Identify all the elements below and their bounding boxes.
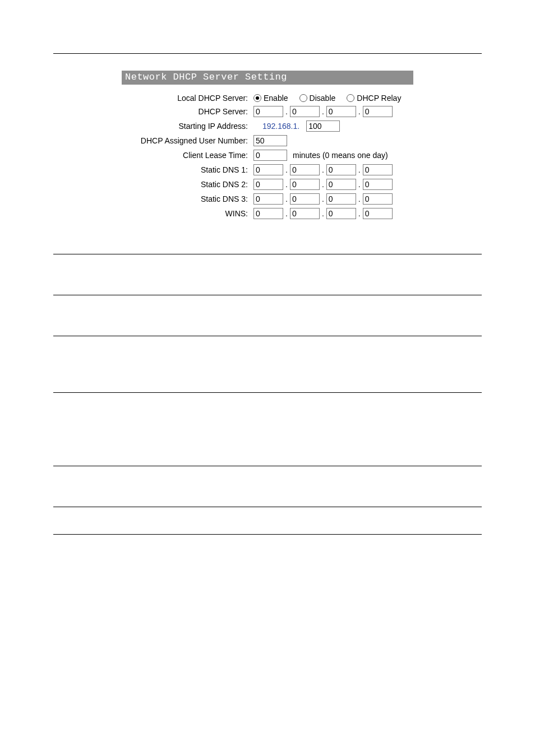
row-dns2: Static DNS 2: 0. 0. 0. 0: [127, 179, 408, 190]
table-row: [53, 392, 482, 466]
label-starting-ip: Starting IP Address:: [127, 122, 253, 131]
label-wins: WINS:: [127, 209, 253, 218]
starting-ip-value[interactable]: 100: [306, 120, 340, 132]
radio-icon: [347, 94, 354, 102]
wins-oct2[interactable]: 0: [290, 208, 320, 219]
row-dhcp-server: DHCP Server: 0. 0. 0. 0: [127, 106, 408, 117]
top-rule: [53, 53, 482, 54]
dns3-oct1[interactable]: 0: [253, 193, 283, 205]
dns3-oct4[interactable]: 0: [363, 193, 393, 205]
user-number-value[interactable]: 50: [253, 135, 287, 146]
row-local-dhcp-server: Local DHCP Server: Enable Disable DHC: [127, 94, 408, 103]
client-lease-suffix: minutes (0 means one day): [287, 151, 388, 160]
label-client-lease: Client Lease Time:: [127, 151, 253, 160]
dns1-oct4[interactable]: 0: [363, 164, 393, 175]
dns2-oct2[interactable]: 0: [290, 179, 320, 190]
radio-enable-label: Enable: [264, 94, 288, 103]
radio-disable-label: Disable: [310, 94, 336, 103]
dns1-oct3[interactable]: 0: [326, 164, 356, 175]
table-row: [53, 507, 482, 530]
label-dns2: Static DNS 2:: [127, 180, 253, 189]
row-user-number: DHCP Assigned User Number: 50: [127, 135, 408, 146]
row-starting-ip: Starting IP Address: 192.168.1. 100: [127, 120, 408, 132]
dhcp-server-oct1[interactable]: 0: [253, 106, 283, 117]
label-dhcp-server: DHCP Server:: [127, 107, 253, 116]
panel-header: Network DHCP Server Setting: [122, 71, 413, 85]
wins-oct4[interactable]: 0: [363, 208, 393, 219]
radio-icon: [299, 94, 307, 102]
radio-disable[interactable]: Disable: [299, 94, 336, 103]
dhcp-server-oct3[interactable]: 0: [326, 106, 356, 117]
starting-ip-prefix: 192.168.1.: [253, 122, 306, 131]
table-row: [53, 295, 482, 336]
wins-oct3[interactable]: 0: [326, 208, 356, 219]
row-wins: WINS: 0. 0. 0. 0: [127, 208, 408, 219]
panel-body: Local DHCP Server: Enable Disable DHC: [122, 85, 413, 231]
bottom-rule: [53, 534, 482, 535]
radio-enable[interactable]: Enable: [253, 94, 288, 103]
client-lease-value[interactable]: 0: [253, 150, 287, 161]
dns3-oct2[interactable]: 0: [290, 193, 320, 205]
row-dns1: Static DNS 1: 0. 0. 0. 0: [127, 164, 408, 175]
table-row: [53, 254, 482, 295]
wins-oct1[interactable]: 0: [253, 208, 283, 219]
dns1-oct2[interactable]: 0: [290, 164, 320, 175]
dns2-oct1[interactable]: 0: [253, 179, 283, 190]
table-row: [53, 336, 482, 392]
radio-dhcp-relay[interactable]: DHCP Relay: [347, 94, 401, 103]
definitions-table: [53, 254, 482, 530]
dns2-oct3[interactable]: 0: [326, 179, 356, 190]
row-dns3: Static DNS 3: 0. 0. 0. 0: [127, 193, 408, 205]
label-dns1: Static DNS 1:: [127, 165, 253, 174]
table-row: [53, 466, 482, 507]
label-user-number: DHCP Assigned User Number:: [127, 136, 253, 145]
dns1-oct1[interactable]: 0: [253, 164, 283, 175]
label-dns3: Static DNS 3:: [127, 194, 253, 203]
dhcp-panel: Network DHCP Server Setting Local DHCP S…: [122, 71, 413, 231]
radio-relay-label: DHCP Relay: [357, 94, 401, 103]
row-client-lease: Client Lease Time: 0 minutes (0 means on…: [127, 150, 408, 161]
dns3-oct3[interactable]: 0: [326, 193, 356, 205]
dhcp-server-oct2[interactable]: 0: [290, 106, 320, 117]
radio-icon: [253, 94, 261, 102]
dhcp-server-oct4[interactable]: 0: [363, 106, 393, 117]
dns2-oct4[interactable]: 0: [363, 179, 393, 190]
label-local-dhcp-server: Local DHCP Server:: [127, 94, 253, 103]
